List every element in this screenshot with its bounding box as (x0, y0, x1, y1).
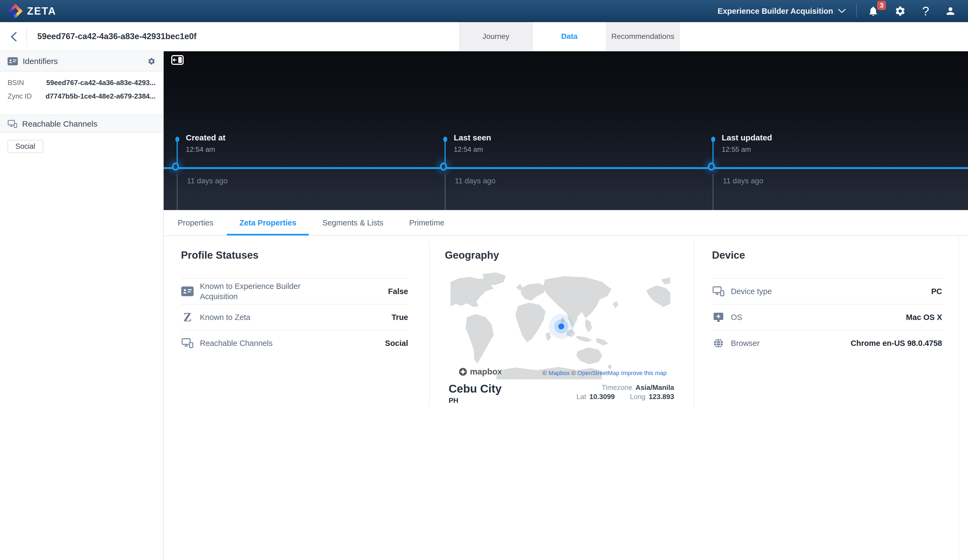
channel-tag-social[interactable]: Social (8, 140, 43, 153)
tab-primetime[interactable]: Primetime (397, 210, 457, 235)
zeta-properties-content: Profile Statuses Known to Experience Bui… (164, 236, 968, 560)
chukotka (661, 277, 670, 284)
geo-details: TimezoneAsia/Manila Lat10.3099Long123.89… (576, 383, 674, 405)
activity-timeline-panel: Created at 12:54 am 11 days ago Last see… (164, 51, 968, 210)
profile-tabs: Journey Data Recommendations (459, 22, 680, 51)
status-value: True (392, 313, 408, 322)
event-relative-time: 11 days ago (455, 177, 496, 185)
identifiers-title: Identifiers (23, 57, 58, 66)
status-row-known-eba: Known to Experience Builder Acquisition … (181, 278, 408, 304)
chevron-left-icon (9, 31, 18, 42)
identifier-value: d7747b5b-1ce4-48e2-a679-2384... (45, 92, 156, 101)
device-value: PC (931, 287, 942, 296)
device-label: OS (731, 312, 742, 322)
tab-properties[interactable]: Properties (165, 210, 226, 235)
identifier-value: 59eed767-ca42-4a36-a83e-4293... (46, 79, 156, 87)
alaska-fragment (646, 285, 670, 307)
back-button[interactable] (9, 31, 18, 42)
event-relative-time: 11 days ago (187, 177, 228, 185)
long-value: 123.893 (649, 393, 674, 401)
gear-icon (895, 5, 906, 17)
timeline-node[interactable] (172, 162, 179, 171)
tab-zeta-properties[interactable]: Zeta Properties (227, 210, 309, 235)
lat-label: Lat (576, 393, 586, 401)
device-row-type: Device type PC (712, 278, 942, 304)
geography-section: Geography (430, 236, 694, 261)
device-value: Mac OS X (906, 313, 942, 322)
os-install-icon (712, 312, 725, 322)
device-label: Browser (731, 338, 759, 348)
tab-recommendations[interactable]: Recommendations (606, 22, 680, 51)
column-divider (694, 240, 694, 408)
new-zealand (608, 364, 612, 369)
status-row-known-zeta: Z Known to Zeta True (181, 304, 408, 330)
devices-icon (181, 338, 194, 348)
nav-divider (856, 5, 857, 17)
improve-map-link[interactable]: Improve this map (621, 369, 666, 376)
mapbox-logo[interactable]: mapbox (458, 367, 502, 377)
identifiers-settings-button[interactable] (148, 57, 156, 65)
section-title: Geography (445, 250, 694, 261)
chevron-down-icon[interactable] (838, 8, 846, 13)
device-row-os: OS Mac OS X (712, 304, 942, 330)
settings-button[interactable] (895, 5, 906, 17)
globe-icon (712, 338, 725, 349)
new-guinea (596, 338, 608, 345)
tab-data[interactable]: Data (533, 22, 606, 51)
user-menu-button[interactable] (945, 5, 956, 17)
location-marker (558, 323, 564, 330)
lat-value: 10.3099 (589, 393, 615, 401)
mapbox-pin-icon (458, 367, 468, 377)
event-label: Created at (186, 133, 225, 142)
tab-segments-lists[interactable]: Segments & Lists (310, 210, 396, 235)
mapbox-wordmark: mapbox (470, 367, 502, 377)
reachable-channels-title: Reachable Channels (22, 119, 98, 129)
status-label: Reachable Channels (200, 338, 272, 348)
event-relative-time: 11 days ago (723, 177, 764, 185)
notifications-button[interactable]: 3 (867, 5, 879, 17)
timezone-label: Timezone (602, 383, 632, 391)
zeta-logo-icon (8, 4, 23, 18)
status-value: False (388, 287, 408, 296)
user-icon (945, 5, 956, 17)
status-label: Known to Zeta (200, 312, 250, 322)
timeline-node[interactable] (440, 162, 447, 171)
identifier-row-zync: Zync ID d7747b5b-1ce4-48e2-a679-2384... (8, 92, 156, 103)
africa (515, 303, 545, 342)
japan (613, 301, 618, 308)
zeta-brand[interactable]: ZETA (8, 4, 56, 18)
map-attribution: © Mapbox © OpenStreetMap Improve this ma… (543, 369, 666, 377)
timeline-axis (164, 167, 968, 169)
australia (576, 348, 602, 364)
world-map[interactable]: mapbox © Mapbox © OpenStreetMap Improve … (451, 272, 670, 379)
timeline-node[interactable] (708, 162, 715, 171)
brand-wordmark: ZETA (27, 5, 56, 17)
page-title: 59eed767-ca42-4a36-a83e-42931bec1e0f (37, 22, 196, 51)
mapbox-link[interactable]: Mapbox (549, 369, 570, 376)
content-right-border (959, 237, 960, 559)
device-section: Device Device type PC OS Mac OS X (694, 236, 959, 261)
workspace-selector[interactable]: Experience Builder Acquisition (718, 7, 833, 16)
europe (520, 283, 545, 300)
geo-info: Cebu City PH TimezoneAsia/Manila Lat10.3… (449, 383, 674, 405)
reachable-channels-header: Reachable Channels (0, 115, 163, 133)
notification-badge: 3 (877, 1, 886, 10)
collapse-sidebar-button[interactable] (171, 55, 184, 66)
header-divider (27, 27, 27, 46)
status-label: Known to Experience Builder Acquisition (200, 281, 316, 302)
profile-statuses-section: Profile Statuses Known to Experience Bui… (164, 236, 429, 261)
collapse-panel-icon (171, 55, 184, 65)
contact-card-icon (181, 287, 194, 296)
id-card-icon (8, 57, 18, 65)
gear-icon (148, 57, 156, 65)
status-row-reachable-channels: Reachable Channels Social (181, 330, 408, 356)
osm-link[interactable]: OpenStreetMap (577, 369, 619, 376)
section-title: Profile Statuses (181, 250, 429, 261)
indonesia (576, 336, 592, 342)
help-button[interactable]: ? (922, 5, 929, 17)
device-value: Chrome en-US 98.0.4758 (851, 339, 942, 348)
device-row-browser: Browser Chrome en-US 98.0.4758 (712, 330, 942, 356)
tab-journey[interactable]: Journey (459, 22, 533, 51)
geo-country: PH (449, 396, 502, 405)
channel-tags: Social (0, 133, 163, 160)
